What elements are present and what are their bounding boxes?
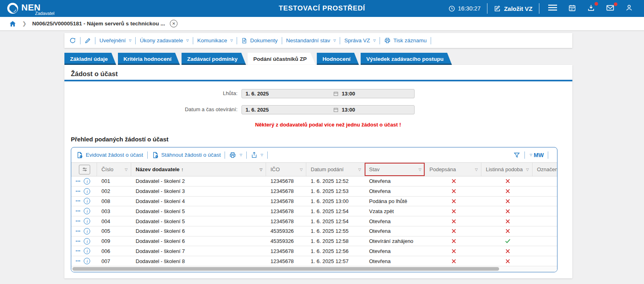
cell-datum-podani: 1. 6. 2025 12:54 [306, 216, 365, 226]
column-header-oznaceni[interactable]: Označení [533, 163, 557, 176]
table-row[interactable]: •••i002Dodavatel - školení 3123456781. 6… [71, 187, 557, 197]
action-dokumenty[interactable]: Dokumenty [241, 37, 277, 44]
table-row[interactable]: •••i001Dodavatel - školení 2123456781. 6… [71, 176, 557, 187]
column-header-podepsana[interactable]: Podepsána▽ [425, 163, 481, 176]
info-icon[interactable]: i [84, 188, 90, 195]
chevron-down-icon[interactable]: ▽ [358, 168, 361, 172]
info-icon[interactable]: i [84, 228, 90, 234]
table-row[interactable]: •••i008Dodavatel - školení 4123456781. 6… [71, 197, 557, 207]
row-actions-icon[interactable]: ••• [76, 219, 80, 223]
info-icon[interactable]: i [84, 198, 90, 204]
pencil-icon[interactable] [85, 37, 91, 44]
table-row[interactable]: •••i007Dodavatel - školení 8123456781. 6… [71, 256, 557, 266]
chevron-down-icon[interactable]: ▽ [300, 168, 303, 172]
tab-zadavaci-podminky[interactable]: Zadávací podmínky [182, 53, 246, 66]
table-row[interactable]: •••i006Dodavatel - školení 7123456781. 6… [71, 246, 557, 256]
action-uverejneni[interactable]: Uveřejnění▽ [99, 37, 131, 44]
row-actions-icon[interactable]: ••• [76, 179, 80, 183]
column-settings-icon[interactable] [79, 165, 90, 174]
row-actions-icon[interactable]: ••• [76, 229, 80, 233]
chevron-down-icon[interactable]: ▽ [260, 168, 262, 172]
info-icon[interactable]: i [84, 238, 90, 245]
cell-ico: 45359326 [266, 236, 306, 246]
funnel-icon[interactable] [513, 151, 520, 159]
x-icon [505, 219, 510, 224]
stahnout-zadosti-button[interactable]: Stáhnout žádosti o účast [152, 151, 221, 159]
cell-listinna-podoba [481, 256, 533, 266]
x-icon [451, 199, 456, 204]
chevron-down-icon[interactable]: ▽ [419, 168, 421, 172]
view-selector[interactable]: MW [534, 152, 544, 158]
evidovat-zadost-button[interactable]: Evidovat žádost o účast [76, 151, 143, 159]
x-icon [451, 259, 456, 264]
column-header-stav[interactable]: Stav▽ [365, 163, 425, 176]
info-icon[interactable]: i [84, 218, 90, 224]
table-body: •••i001Dodavatel - školení 2123456781. 6… [71, 176, 557, 266]
tab-vysledek-zadavaciho-postupu[interactable]: Výsledek zadávacího postupu [361, 53, 452, 66]
chevron-down-icon[interactable]: ▽ [526, 168, 529, 172]
download-icon[interactable] [585, 3, 597, 14]
action-sprava-vz[interactable]: Správa VZ▽ [344, 37, 376, 44]
calendar-icon[interactable] [566, 3, 578, 14]
table-row[interactable]: •••i009Dodavatel - školení 6453593261. 6… [71, 236, 557, 247]
cell-cislo: 001 [97, 176, 131, 186]
refresh-icon[interactable] [69, 37, 76, 44]
cell-datum-podani: 1. 6. 2025 12:52 [306, 176, 365, 186]
action-tisk-zaznamu[interactable]: Tisk záznamu [384, 37, 427, 44]
content-panel: Žádost o účast Lhůta: 1. 6. 2025 13:00 D… [64, 65, 572, 278]
table-row[interactable]: •••i005Dodavatel - školení 6453593261. 6… [71, 226, 557, 236]
info-icon[interactable]: i [84, 178, 90, 184]
tab-kriteria-hodnoceni[interactable]: Kritéria hodnocení [118, 53, 180, 66]
action-ukony-zadavatele[interactable]: Úkony zadavatele▽ [140, 37, 188, 44]
table-row[interactable]: •••i003Dodavatel - školení 5123456781. 6… [71, 206, 557, 216]
row-actions-icon[interactable]: ••• [76, 249, 80, 253]
tab-hodnoceni[interactable]: Hodnocení [317, 53, 359, 66]
create-vz-button[interactable]: Založit VZ [494, 5, 533, 12]
document-icon [241, 37, 248, 44]
row-actions-icon[interactable]: ••• [76, 209, 80, 213]
cell-oznaceni [533, 197, 557, 206]
tab-podani-ucastniku-zp[interactable]: Podání účastníků ZP [248, 53, 316, 65]
user-icon[interactable] [623, 3, 635, 14]
export-table-button[interactable]: ▽ [251, 151, 263, 158]
lhuta-field[interactable]: 1. 6. 2025 13:00 [242, 89, 415, 98]
oteviranie-field[interactable]: 1. 6. 2025 13:00 [242, 105, 415, 114]
breadcrumb-item[interactable]: N006/25/V00005181 - Nájem serverů s tech… [32, 21, 165, 27]
cell-ico: 12345678 [266, 197, 306, 206]
action-komunikace[interactable]: Komunikace▽ [197, 37, 233, 44]
print-table-button[interactable]: ▽ [229, 151, 242, 159]
row-actions-icon[interactable]: ••• [76, 189, 80, 193]
menu-icon[interactable] [546, 3, 559, 14]
row-actions-icon[interactable]: ••• [76, 239, 80, 243]
column-header-datum-podani[interactable]: Datum podání▽ [306, 163, 365, 176]
close-circle-icon[interactable]: ✕ [170, 20, 178, 27]
column-header-listinna-podoba[interactable]: Listinná podoba▽ [481, 163, 533, 176]
cell-oznaceni [533, 206, 557, 216]
record-toolbar: Uveřejnění▽Úkony zadavatele▽Komunikace▽D… [64, 33, 572, 48]
cell-ico: 12345678 [266, 206, 306, 216]
table-row[interactable]: •••i004Dodavatel - školení 5123456781. 6… [71, 216, 557, 226]
action-nestandardni-stav[interactable]: Nestandardní stav▽ [286, 37, 336, 44]
info-icon[interactable]: i [84, 248, 90, 254]
chevron-down-icon[interactable]: ▽ [125, 168, 128, 172]
column-header-cislo[interactable]: Číslo▽ [97, 163, 131, 176]
row-actions-icon[interactable]: ••• [76, 259, 80, 263]
nen-logo[interactable]: NEN Zadavatel [7, 2, 54, 16]
chevron-right-icon: ❯ [22, 21, 27, 27]
divider [135, 37, 136, 44]
chevron-down-icon[interactable]: ▽ [530, 153, 532, 157]
info-icon[interactable]: i [84, 208, 90, 214]
cell-cislo: 008 [97, 197, 131, 206]
scrollbar-thumb[interactable] [72, 267, 499, 271]
chevron-down-icon[interactable]: ▽ [475, 168, 478, 172]
column-header-nazev-dodavatele[interactable]: Název dodavatele ↑▽ [131, 163, 266, 176]
table-header-row: Číslo▽Název dodavatele ↑▽IČO▽Datum podán… [71, 162, 557, 176]
x-icon [451, 238, 456, 244]
row-actions-icon[interactable]: ••• [76, 199, 80, 203]
home-icon[interactable] [9, 20, 17, 27]
column-header-ico[interactable]: IČO▽ [266, 163, 306, 176]
tab-zakladni-udaje[interactable]: Základní údaje [64, 53, 117, 66]
info-icon[interactable]: i [84, 258, 90, 264]
mail-icon[interactable] [604, 4, 617, 14]
x-icon [505, 178, 510, 184]
